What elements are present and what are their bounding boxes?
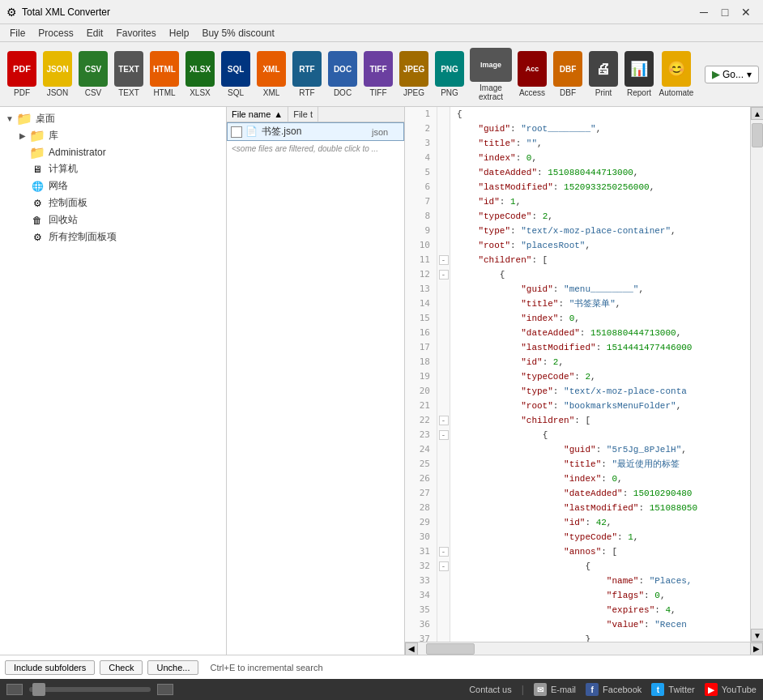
twitter-social[interactable]: t Twitter <box>651 683 694 696</box>
gutter-34 <box>437 588 450 603</box>
tool-xml[interactable]: XML XML <box>254 45 288 104</box>
go-button[interactable]: ▶ Go... ▾ <box>705 66 759 83</box>
vscroll-up-button[interactable]: ▲ <box>751 107 763 120</box>
code-line-14: 14 "title": "书签菜单", <box>405 297 750 311</box>
tool-doc[interactable]: DOC DOC <box>326 45 360 104</box>
recycle-icon: 🗑 <box>29 214 45 227</box>
collapse-btn-23[interactable]: - <box>439 430 449 440</box>
menu-discount[interactable]: Buy 5% discount <box>195 26 280 41</box>
sidebar-item-library[interactable]: ▶ 📁 库 <box>13 127 226 144</box>
vertical-scrollbar[interactable]: ▲ ▼ <box>750 107 763 642</box>
collapse-btn-32[interactable]: - <box>439 561 449 571</box>
menu-edit[interactable]: Edit <box>80 26 110 41</box>
contact-us-link[interactable]: Contact us <box>469 685 512 694</box>
hscroll-thumb[interactable] <box>426 643 475 655</box>
sidebar-item-administrator[interactable]: 📁 Administrator <box>13 144 226 160</box>
email-label: E-mail <box>551 685 576 694</box>
tool-jpeg[interactable]: JPEG JPEG <box>397 45 431 104</box>
line-content-31: "annos": [ <box>450 544 750 559</box>
code-line-6: 6 "lastModified": 1520933250256000, <box>405 180 750 194</box>
collapse-btn-22[interactable]: - <box>439 416 449 425</box>
status-end-btn[interactable] <box>157 684 173 695</box>
sidebar-label-library: 库 <box>49 129 58 143</box>
file-checkbox[interactable] <box>231 126 242 138</box>
tool-tiff[interactable]: TIFF TIFF <box>361 45 395 104</box>
col-filetype[interactable]: File t <box>288 107 318 122</box>
power-button[interactable] <box>6 684 23 695</box>
youtube-social[interactable]: ▶ YouTube <box>705 683 757 696</box>
tool-report[interactable]: 📊 Report <box>622 45 656 104</box>
tool-sql[interactable]: SQL SQL <box>219 45 253 104</box>
code-line-8: 8 "typeCode": 2, <box>405 209 750 224</box>
email-social[interactable]: ✉ E-mail <box>534 683 576 696</box>
gutter-36 <box>437 617 450 632</box>
go-arrow-icon: ▶ <box>712 69 719 80</box>
file-ext: json <box>372 127 400 137</box>
menu-favorites[interactable]: Favorites <box>109 26 162 41</box>
code-line-30: 30 "typeCode": 1, <box>405 530 750 544</box>
tool-pdf[interactable]: PDF PDF <box>5 45 39 104</box>
code-line-5: 5 "dateAdded": 1510880444713000, <box>405 165 750 180</box>
email-icon: ✉ <box>534 683 547 696</box>
gutter-22: - <box>437 413 450 428</box>
menu-file[interactable]: File <box>3 26 32 41</box>
tool-access[interactable]: Acc Access <box>515 45 549 104</box>
maximize-button[interactable]: □ <box>714 4 735 20</box>
code-line-9: 9 "type": "text/x-moz-place-container", <box>405 224 750 238</box>
sidebar-label-admin: Administrator <box>49 147 106 158</box>
line-num-12: 12 <box>405 267 437 282</box>
sidebar-item-recycle[interactable]: 🗑 回收站 <box>13 211 226 228</box>
line-content-11: "children": [ <box>450 253 750 267</box>
tool-json[interactable]: JSON JSON <box>40 45 75 104</box>
sidebar-item-desktop[interactable]: ▼ 📁 桌面 <box>0 110 226 127</box>
hscroll-right-button[interactable]: ▶ <box>750 642 763 655</box>
gutter-14 <box>437 297 450 311</box>
volume-slider[interactable] <box>29 687 151 692</box>
menu-process[interactable]: Process <box>32 26 79 41</box>
line-num-10: 10 <box>405 238 437 253</box>
tool-png[interactable]: PNG PNG <box>433 45 467 104</box>
tool-automate[interactable]: 😊 Automate <box>658 45 695 104</box>
col-filename[interactable]: File name ▲ <box>227 107 288 122</box>
file-row[interactable]: 📄 书签.json json <box>227 122 404 141</box>
line-content-24: "guid": "5r5Jg_8PJelH", <box>450 442 750 457</box>
minimize-button[interactable]: ─ <box>693 4 714 20</box>
collapse-btn-31[interactable]: - <box>439 547 449 557</box>
slider-thumb[interactable] <box>32 683 45 696</box>
tool-html[interactable]: HTML HTML <box>147 45 181 104</box>
tool-print[interactable]: 🖨 Print <box>586 45 620 104</box>
facebook-social[interactable]: f Facebook <box>586 683 642 696</box>
horizontal-scrollbar[interactable]: ◀ ▶ <box>405 642 763 655</box>
code-view[interactable]: 1 { 2 "guid": "root________", 3 "title":… <box>405 107 750 642</box>
doc-icon: DOC <box>328 51 357 87</box>
check-button[interactable]: Check <box>100 660 143 675</box>
json-icon: JSON <box>43 51 72 87</box>
vscroll-down-button[interactable]: ▼ <box>751 629 763 642</box>
code-line-3: 3 "title": "", <box>405 136 750 151</box>
tool-imgext[interactable]: Image Image extract <box>468 45 514 104</box>
collapse-btn-11[interactable]: - <box>439 255 449 265</box>
tool-txt[interactable]: TEXT TEXT <box>112 45 146 104</box>
tool-dbf[interactable]: DBF DBF <box>551 45 585 104</box>
menu-help[interactable]: Help <box>163 26 196 41</box>
collapse-btn-12[interactable]: - <box>439 270 449 280</box>
hscroll-left-button[interactable]: ◀ <box>405 642 418 655</box>
line-num-11: 11 <box>405 253 437 267</box>
json-label: JSON <box>47 88 69 97</box>
sidebar-item-network[interactable]: 🌐 网络 <box>13 177 226 194</box>
uncheck-button[interactable]: Unche... <box>147 660 198 675</box>
line-num-28: 28 <box>405 501 437 515</box>
close-button[interactable]: ✕ <box>735 4 757 20</box>
sidebar-item-computer[interactable]: 🖥 计算机 <box>13 160 226 177</box>
vscroll-thumb[interactable] <box>752 123 763 147</box>
code-line-2: 2 "guid": "root________", <box>405 122 750 136</box>
sidebar-item-all-control[interactable]: ⚙ 所有控制面板项 <box>13 228 226 245</box>
tool-xlsx[interactable]: XLSX XLSX <box>183 45 217 104</box>
include-subfolders-button[interactable]: Include subfolders <box>5 660 95 675</box>
sidebar-label-network: 网络 <box>49 179 68 193</box>
sidebar-item-control-panel[interactable]: ⚙ 控制面板 <box>13 194 226 211</box>
tool-rtf[interactable]: RTF RTF <box>290 45 324 104</box>
gutter-28 <box>437 501 450 515</box>
tool-csv[interactable]: CSV CSV <box>76 45 110 104</box>
print-icon: 🖨 <box>589 51 618 87</box>
